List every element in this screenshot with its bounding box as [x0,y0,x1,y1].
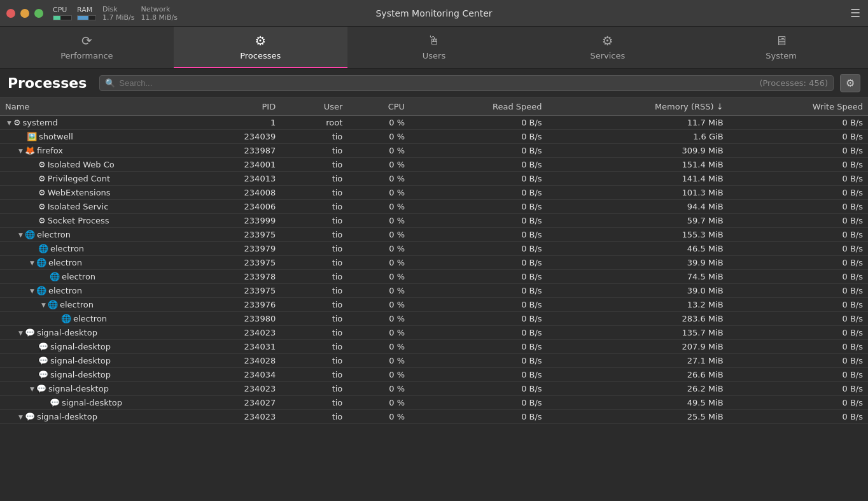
proc-pid: 233976 [185,298,281,312]
proc-user: tio [281,228,347,242]
col-pid[interactable]: PID [185,98,281,116]
proc-icon: ⚙️ [38,174,46,183]
proc-read: 0 B/s [410,158,547,172]
performance-icon: ⟳ [81,33,92,48]
proc-write: 0 B/s [729,228,868,242]
table-row[interactable]: ▼💬signal-desktop234023tio0 %0 B/s135.7 M… [0,326,868,340]
network-rate: 11.8 MiB/s [141,13,178,22]
tab-performance[interactable]: ⟳ Performance [0,27,174,68]
table-row[interactable]: ▼🦊firefox233987tio0 %0 B/s309.9 MiB0 B/s [0,144,868,158]
proc-write: 0 B/s [729,410,868,424]
tab-services[interactable]: ⚙ Services [521,27,694,68]
col-mem[interactable]: Memory (RSS) ↓ [547,98,729,116]
table-row[interactable]: 🌐electron233979tio0 %0 B/s46.5 MiB0 B/s [0,242,868,256]
table-row[interactable]: ⚙️Privileged Cont234013tio0 %0 B/s141.4 … [0,172,868,186]
expand-icon[interactable]: ▼ [30,288,34,294]
expand-icon[interactable]: ▼ [30,386,34,392]
tab-system[interactable]: 🖥 System [694,27,868,68]
table-row[interactable]: ▼🌐electron233975tio0 %0 B/s155.3 MiB0 B/… [0,228,868,242]
proc-name-text: electron [50,244,84,253]
proc-read: 0 B/s [410,130,547,144]
processes-table-wrap[interactable]: Name PID User CPU Read Speed Memory (RSS… [0,98,868,500]
proc-name-cell: ▼💬signal-desktop [0,410,185,423]
table-row[interactable]: 💬signal-desktop234027tio0 %0 B/s49.5 MiB… [0,396,868,410]
proc-icon: 🌐 [61,314,71,323]
expand-icon[interactable]: ▼ [18,330,23,336]
proc-name-cell: 💬signal-desktop [0,396,185,409]
proc-name-cell: ▼⚙️systemd [0,116,185,129]
proc-cpu: 0 % [347,228,410,242]
processes-tbody: ▼⚙️systemd1root0 %0 B/s11.7 MiB0 B/s🖼️sh… [0,116,868,424]
proc-mem: 26.6 MiB [547,368,729,382]
table-row[interactable]: ⚙️Socket Process233999tio0 %0 B/s59.7 Mi… [0,214,868,228]
expand-icon[interactable]: ▼ [30,260,34,266]
proc-name-text: electron [60,300,94,309]
proc-pid: 234023 [185,326,281,340]
cpu-indicator: CPU [53,6,72,20]
proc-icon: 🌐 [25,230,35,239]
process-count: (Processes: 456) [759,78,828,88]
table-row[interactable]: ⚙️WebExtensions234008tio0 %0 B/s101.3 Mi… [0,186,868,200]
proc-icon: ⚙️ [38,188,46,197]
proc-icon: 🌐 [48,300,58,309]
table-row[interactable]: 💬signal-desktop234028tio0 %0 B/s27.1 MiB… [0,354,868,368]
menu-button[interactable]: ☰ [850,6,860,20]
proc-name-cell: 💬signal-desktop [0,368,185,381]
proc-mem: 207.9 MiB [547,340,729,354]
table-row[interactable]: 🌐electron233978tio0 %0 B/s74.5 MiB0 B/s [0,270,868,284]
table-row[interactable]: 🖼️shotwell234039tio0 %0 B/s1.6 GiB0 B/s [0,130,868,144]
table-row[interactable]: ▼💬signal-desktop234023tio0 %0 B/s25.5 Mi… [0,410,868,424]
proc-write: 0 B/s [729,298,868,312]
proc-read: 0 B/s [410,228,547,242]
expand-icon[interactable]: ▼ [18,232,23,238]
table-row[interactable]: ▼🌐electron233975tio0 %0 B/s39.0 MiB0 B/s [0,284,868,298]
table-row[interactable]: ▼💬signal-desktop234023tio0 %0 B/s26.2 Mi… [0,382,868,396]
proc-name-cell: ⚙️WebExtensions [0,186,185,199]
settings-button[interactable]: ⚙ [840,74,860,92]
proc-user: tio [281,410,347,424]
expand-icon[interactable]: ▼ [18,414,23,420]
proc-user: tio [281,396,347,410]
proc-pid: 234023 [185,410,281,424]
table-row[interactable]: ▼🌐electron233976tio0 %0 B/s13.2 MiB0 B/s [0,298,868,312]
minimize-button[interactable] [20,9,29,18]
table-row[interactable]: 💬signal-desktop234034tio0 %0 B/s26.6 MiB… [0,368,868,382]
proc-read: 0 B/s [410,116,547,130]
expand-icon[interactable]: ▼ [41,302,46,308]
table-row[interactable]: ⚙️Isolated Servic234006tio0 %0 B/s94.4 M… [0,200,868,214]
proc-icon: 🌐 [38,244,48,253]
proc-mem: 135.7 MiB [547,326,729,340]
tab-processes[interactable]: ⚙ Processes [174,27,347,68]
col-user[interactable]: User [281,98,347,116]
table-row[interactable]: ⚙️Isolated Web Co234001tio0 %0 B/s151.4 … [0,158,868,172]
proc-cpu: 0 % [347,368,410,382]
proc-user: tio [281,256,347,270]
proc-mem: 141.4 MiB [547,172,729,186]
search-bar[interactable]: 🔍 (Processes: 456) [99,75,834,91]
expand-icon[interactable]: ▼ [18,148,23,154]
search-input[interactable] [119,78,755,88]
col-cpu[interactable]: CPU [347,98,410,116]
table-row[interactable]: ▼🌐electron233975tio0 %0 B/s39.9 MiB0 B/s [0,256,868,270]
col-write[interactable]: Write Speed [729,98,868,116]
tab-users[interactable]: 🖱 Users [347,27,521,68]
proc-pid: 1 [185,116,281,130]
table-row[interactable]: ▼⚙️systemd1root0 %0 B/s11.7 MiB0 B/s [0,116,868,130]
proc-read: 0 B/s [410,340,547,354]
expand-icon[interactable]: ▼ [7,120,11,126]
proc-mem: 46.5 MiB [547,242,729,256]
maximize-button[interactable] [34,9,43,18]
tab-processes-label: Processes [240,51,281,60]
proc-user: tio [281,284,347,298]
col-name[interactable]: Name [0,98,185,116]
table-row[interactable]: 🌐electron233980tio0 %0 B/s283.6 MiB0 B/s [0,312,868,326]
proc-name-cell: 🌐electron [0,270,185,283]
tab-system-label: System [766,51,796,60]
proc-name-text: shotwell [39,132,73,141]
close-button[interactable] [6,9,15,18]
col-read[interactable]: Read Speed [410,98,547,116]
table-row[interactable]: 💬signal-desktop234031tio0 %0 B/s207.9 Mi… [0,340,868,354]
proc-write: 0 B/s [729,340,868,354]
tab-services-label: Services [590,51,625,60]
proc-mem: 101.3 MiB [547,186,729,200]
